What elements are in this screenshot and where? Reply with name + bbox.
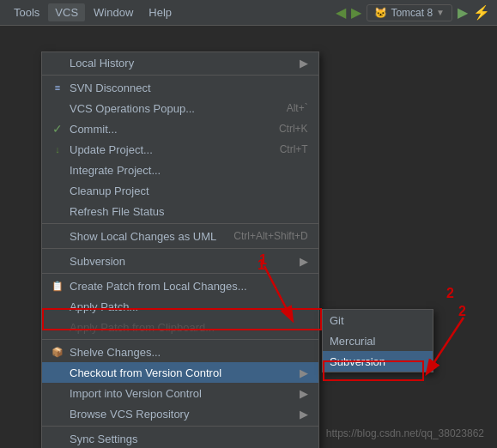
shelve-icon: 📦 (49, 345, 66, 359)
checkout-arrow: ▶ (300, 366, 308, 379)
tomcat-label: Tomcat 8 (391, 7, 433, 19)
uml-label: Show Local Changes as UML (70, 230, 216, 243)
local-history-arrow: ▶ (300, 57, 308, 70)
main-content: Drop files here to open https://blog.csd… (0, 26, 497, 448)
update-label: Update Project... (70, 143, 263, 156)
create-patch-icon: 📋 (49, 279, 66, 293)
menu-show-local-changes[interactable]: Show Local Changes as UML Ctrl+Alt+Shift… (42, 226, 318, 246)
menu-vcs[interactable]: VCS (48, 3, 85, 21)
back-icon[interactable]: ◀ (336, 4, 346, 21)
apply-patch-clipboard-icon (49, 320, 66, 334)
apply-patch-icon (49, 300, 66, 313)
menu-browse-vcs[interactable]: Browse VCS Repository ▶ (42, 403, 318, 424)
subversion-arrow: ▶ (300, 255, 308, 268)
menu-local-history[interactable]: Local History ▶ (42, 52, 318, 73)
refresh-icon (49, 204, 66, 218)
menu-update-project[interactable]: ↓ Update Project... Ctrl+T (42, 139, 318, 160)
separator-4 (42, 273, 318, 274)
svg-text:2: 2 (458, 304, 466, 318)
run-button[interactable]: ▶ (458, 4, 468, 21)
debug-button[interactable]: ⚡ (473, 4, 490, 21)
menu-window[interactable]: Window (87, 3, 140, 21)
svn-disconnect-icon: ≡ (49, 81, 66, 94)
import-arrow: ▶ (300, 387, 308, 400)
menu-help[interactable]: Help (142, 3, 179, 21)
menu-create-patch[interactable]: 📋 Create Patch from Local Changes... (42, 275, 318, 296)
sync-icon (49, 432, 66, 445)
vcs-operations-icon (49, 101, 66, 115)
vcs-operations-label: VCS Operations Popup... (70, 102, 270, 115)
update-icon: ↓ (49, 142, 66, 156)
browse-label: Browse VCS Repository (70, 408, 293, 421)
cleanup-icon (49, 184, 66, 197)
menu-apply-patch-clipboard: Apply Patch from Clipboard... (42, 317, 318, 337)
commit-label: Commit... (70, 123, 262, 136)
tomcat-selector[interactable]: 🐱 Tomcat 8 ▼ (367, 4, 452, 21)
menu-import-vcs[interactable]: Import into Version Control ▶ (42, 383, 318, 403)
tomcat-dropdown-arrow: ▼ (436, 8, 445, 17)
refresh-label: Refresh File Status (70, 205, 308, 218)
menu-sync-settings[interactable]: Sync Settings (42, 428, 318, 448)
shelve-label: Shelve Changes... (70, 346, 308, 359)
commit-shortcut: Ctrl+K (279, 123, 308, 135)
menu-shelve-changes[interactable]: 📦 Shelve Changes... (42, 342, 318, 362)
vcs-dropdown-menu: Local History ▶ ≡ SVN Disconnect VCS Ope… (41, 51, 319, 448)
url-text: https://blog.csdn.net/qq_38023862 (326, 427, 484, 439)
menu-tools[interactable]: Tools (7, 3, 46, 21)
import-label: Import into Version Control (70, 387, 293, 400)
vcs-operations-shortcut: Alt+` (287, 102, 308, 114)
uml-shortcut: Ctrl+Alt+Shift+D (233, 230, 307, 242)
local-history-label: Local History (70, 57, 293, 70)
subversion-icon (49, 254, 66, 268)
annotation-number-2: 2 (446, 286, 454, 301)
checkout-label: Checkout from Version Control (70, 366, 293, 379)
tomcat-icon: 🐱 (374, 7, 387, 19)
cleanup-label: Cleanup Project (70, 185, 308, 197)
menu-subversion[interactable]: Subversion ▶ (42, 251, 318, 271)
separator-6 (42, 426, 318, 427)
create-patch-label: Create Patch from Local Changes... (70, 280, 308, 293)
subversion-label: Subversion (70, 255, 293, 268)
browse-icon (49, 407, 66, 421)
toolbar: Tools VCS Window Help ◀ ▶ 🐱 Tomcat 8 ▼ ▶… (0, 0, 497, 26)
menu-svn-disconnect[interactable]: ≡ SVN Disconnect (42, 77, 318, 98)
subversion-submenu-label: Subversion (330, 355, 422, 368)
menu-apply-patch[interactable]: Apply Patch... (42, 296, 318, 317)
sync-label: Sync Settings (70, 433, 308, 445)
local-history-icon (49, 56, 66, 70)
browse-arrow: ▶ (300, 408, 308, 421)
integrate-label: Integrate Project... (70, 164, 308, 177)
menu-vcs-operations[interactable]: VCS Operations Popup... Alt+` (42, 98, 318, 118)
separator-1 (42, 75, 318, 76)
update-shortcut: Ctrl+T (280, 143, 308, 155)
apply-patch-clipboard-label: Apply Patch from Clipboard... (70, 321, 308, 334)
submenu-git[interactable]: Git (323, 310, 433, 330)
checkout-submenu: Git Mercurial Subversion (322, 309, 433, 372)
uml-icon (49, 229, 66, 243)
separator-5 (42, 339, 318, 340)
integrate-icon (49, 163, 66, 177)
separator-3 (42, 248, 318, 249)
commit-icon: ✓ (49, 122, 66, 136)
apply-patch-label: Apply Patch... (70, 300, 308, 313)
menu-integrate-project[interactable]: Integrate Project... (42, 160, 318, 180)
menu-checkout-vcs[interactable]: Checkout from Version Control ▶ (42, 362, 318, 383)
git-label: Git (330, 314, 422, 327)
toolbar-right: ◀ ▶ 🐱 Tomcat 8 ▼ ▶ ⚡ (336, 4, 490, 21)
submenu-mercurial[interactable]: Mercurial (323, 330, 433, 351)
menu-commit[interactable]: ✓ Commit... Ctrl+K (42, 118, 318, 139)
menu-refresh-status[interactable]: Refresh File Status (42, 201, 318, 221)
checkout-icon (49, 366, 66, 379)
separator-2 (42, 223, 318, 224)
forward-icon[interactable]: ▶ (351, 4, 361, 21)
import-icon (49, 386, 66, 400)
submenu-subversion[interactable]: Subversion (323, 351, 433, 372)
mercurial-label: Mercurial (330, 335, 422, 348)
menu-bar: Tools VCS Window Help (7, 3, 179, 21)
menu-cleanup-project[interactable]: Cleanup Project (42, 180, 318, 201)
svn-disconnect-label: SVN Disconnect (70, 82, 308, 94)
